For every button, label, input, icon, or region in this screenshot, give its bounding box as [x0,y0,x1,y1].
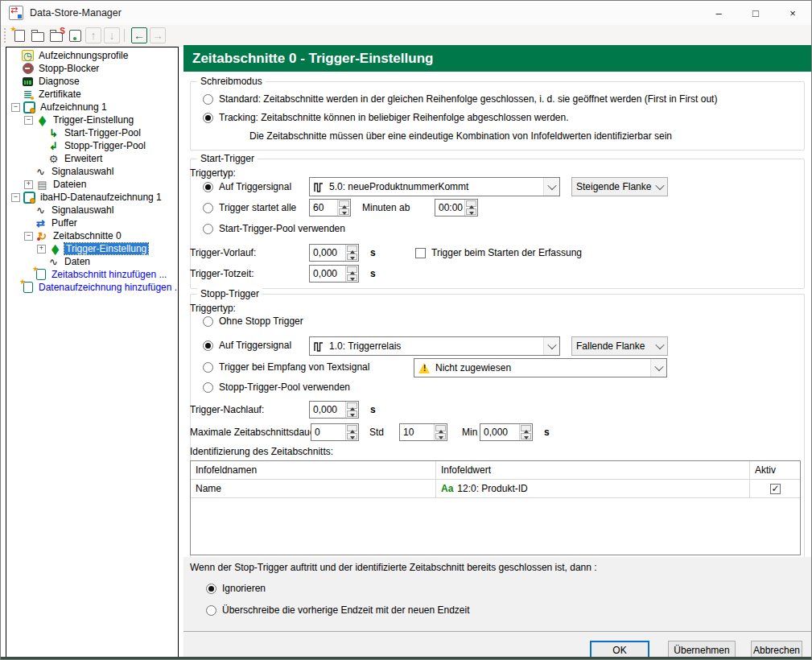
open-button[interactable] [30,27,46,43]
tree-item-stopp-trigger-pool[interactable]: Stopp-Trigger-Pool [6,139,178,152]
max-sec-spinner[interactable]: 0,000 [480,423,533,441]
standard-radio[interactable] [203,94,213,105]
stopp-signal-combobox[interactable]: 1.0: Triggerrelais [309,336,560,356]
stop-blocker-icon [23,63,34,74]
dropdown-button[interactable] [652,178,667,196]
minutes-spinner[interactable]: 60 [309,199,351,217]
stopp-signal-value: 1.0: Triggerrelais [329,340,401,352]
ignorieren-radio[interactable] [206,584,216,594]
collapse-expander[interactable]: − [24,232,33,241]
tree-item-erweitert[interactable]: Erweitert [6,152,178,165]
infofeldwert-text: 12:0: Produkt-ID [457,483,527,494]
time-spinner[interactable]: 00:00 [435,199,478,217]
new-profile-button[interactable] [11,27,27,43]
open-datastore-button[interactable] [48,27,64,43]
minimize-button[interactable]: – [700,1,737,25]
tree-item-dateien[interactable]: +Dateien [6,178,178,191]
start-pool-radio[interactable] [203,224,213,234]
tree-item-signalauswahl[interactable]: Signalauswahl [6,165,178,178]
tree-item-datenaufzeichnung-hinzufuegen[interactable]: Datenaufzeichnung hinzufügen ... [6,281,178,294]
save-button[interactable] [67,27,83,43]
expand-expander[interactable]: + [37,245,46,254]
start-interval-row[interactable]: Trigger startet alle [203,200,296,215]
move-down-button[interactable]: ↓ [104,27,120,43]
move-down-icon: ↓ [109,30,115,41]
start-signal-combobox[interactable]: 5.0: neueProduktnummerKommt [309,177,560,196]
tracking-radio[interactable] [203,113,213,123]
stopp-pool-radio[interactable] [203,382,213,393]
stopp-flanke-dropdown[interactable]: Fallende Flanke [571,336,668,356]
tree-item-zeitabschnitte-0[interactable]: −Zeitabschnitte 0 [6,229,178,242]
textsignal-radio[interactable] [203,362,213,373]
spinner-buttons[interactable] [434,424,447,440]
spinner-buttons[interactable] [464,200,477,216]
app-window: Data-Store-Manager – □ × ↑ ↓ ← → Aufzeic… [0,0,812,660]
standard-radio-row[interactable]: Standard: Zeitabschnitte werden in der g… [203,92,717,106]
ohne-stopp-row[interactable]: Ohne Stopp Trigger [203,314,303,328]
table-row[interactable]: Name Aa12:0: Produkt-ID [191,480,800,498]
ueberschreibe-label: Überschreibe die vorherige Endzeit mit d… [222,604,470,616]
collapse-expander[interactable]: − [24,116,33,125]
navigate-back-button[interactable]: ← [131,27,147,43]
tree-item-diagnose[interactable]: Diagnose [6,75,178,88]
start-interval-radio[interactable] [203,203,213,213]
stopp-auf-triggersignal-row[interactable]: Auf Triggersignal [203,338,291,353]
dropdown-button[interactable] [652,337,667,355]
dropdown-button[interactable] [543,337,559,355]
stopp-pool-row[interactable]: Stopp-Trigger-Pool verwenden [203,380,350,394]
tracking-radio-row[interactable]: Tracking: Zeitabschnitte können in belie… [203,110,569,125]
collapse-expander[interactable]: − [11,103,20,112]
navigate-forward-button[interactable]: → [150,27,166,43]
textsignal-combobox[interactable]: Nicht zugewiesen [414,358,667,377]
max-min-spinner[interactable]: 10 [399,423,447,441]
tree-item-puffer[interactable]: Puffer [6,217,178,229]
start-auf-triggersignal-row[interactable]: Auf Triggersignal [203,179,291,194]
tree-item-aufzeichnungsprofile[interactable]: Aufzeichnungsprofile [6,49,178,62]
tree-item-trigger-einstellung[interactable]: −Trigger-Einstellung [6,113,178,126]
collapse-expander[interactable]: − [11,193,20,202]
stopp-auf-triggersignal-radio[interactable] [203,340,213,351]
maximize-button[interactable]: □ [737,1,774,25]
spinner-buttons[interactable] [345,266,358,282]
tree-item-start-trigger-pool[interactable]: Start-Trigger-Pool [6,126,178,139]
tree-item-aufzeichnung-1[interactable]: −Aufzeichnung 1 [6,101,178,113]
move-up-button[interactable]: ↑ [85,27,101,43]
expand-expander[interactable]: + [24,180,33,189]
erfassung-checkbox[interactable] [415,248,426,258]
spinner-buttons[interactable] [345,245,358,261]
start-flanke-dropdown[interactable]: Steigende Flanke [571,177,668,196]
tree-item-stopp-blocker[interactable]: Stopp-Blocker [6,62,178,75]
spinner-buttons[interactable] [519,424,532,440]
close-button[interactable]: × [774,1,811,25]
column-header-aktiv[interactable]: Aktiv [750,461,800,479]
spinner-buttons[interactable] [345,402,358,418]
spinner-buttons[interactable] [337,200,350,216]
start-trigger-legend: Start-Trigger [197,153,258,164]
column-header-infofeldnamen[interactable]: Infofeldnamen [191,461,436,479]
tree-item-zertifikate[interactable]: Zertifikate [6,88,178,101]
max-std-spinner[interactable]: 0 [311,423,359,441]
start-pool-row[interactable]: Start-Trigger-Pool verwenden [203,221,345,236]
tree-item-signalauswahl-2[interactable]: Signalauswahl [6,204,178,217]
start-auf-triggersignal-radio[interactable] [203,182,213,192]
window-bottom-edge [1,657,811,659]
tree-item-trigger-einstellung-selected[interactable]: +Trigger-Einstellung [6,242,178,255]
aktiv-checkbox[interactable] [770,484,781,494]
dropdown-button[interactable] [650,359,666,377]
ueberschreibe-radio[interactable] [206,605,216,616]
ignorieren-row[interactable]: Ignorieren [206,581,266,596]
nachlauf-spinner[interactable]: 0,000 [309,401,359,419]
new-profile-icon [14,30,25,42]
ueberschreibe-row[interactable]: Überschreibe die vorherige Endzeit mit d… [206,603,470,617]
dropdown-button[interactable] [543,178,559,196]
textsignal-row[interactable]: Trigger bei Empfang von Textsignal [203,360,369,374]
totzeit-spinner[interactable]: 0,000 [309,265,359,283]
erfassung-checkbox-row[interactable]: Trigger beim Starten der Erfassung [415,245,582,260]
spinner-buttons[interactable] [345,424,358,440]
tree-item-ibahd-datenaufzeichnung-1[interactable]: −ibaHD-Datenaufzeichnung 1 [6,191,178,204]
ohne-stopp-radio[interactable] [203,316,213,327]
vorlauf-spinner[interactable]: 0,000 [309,244,359,262]
signal-icon [35,204,47,216]
column-header-infofeldwert[interactable]: Infofeldwert [436,461,750,479]
tree-item-zeitabschnitt-hinzufuegen[interactable]: Zeitabschnitt hinzufügen ... [6,268,178,281]
